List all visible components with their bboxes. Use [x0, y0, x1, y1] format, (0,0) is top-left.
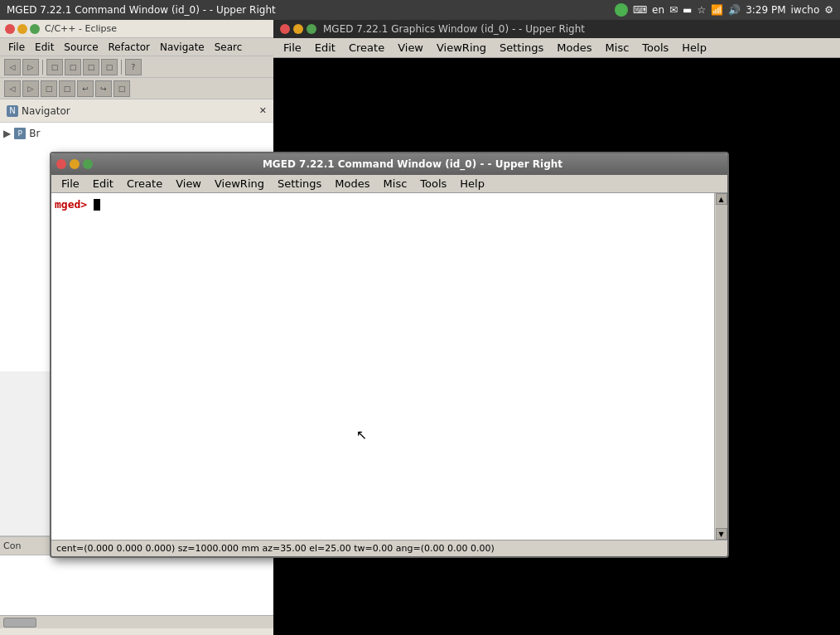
- mged-prompt: mged>: [55, 198, 87, 211]
- mged-menu-misc[interactable]: Misc: [377, 176, 414, 191]
- mged-minimize-button[interactable]: [70, 159, 80, 169]
- mged-cursor: [94, 199, 100, 211]
- eclipse-navigator-header: N Navigator ✕: [0, 99, 273, 123]
- eclipse-title: C/C++ - Eclipse: [45, 23, 117, 34]
- eclipse-tree-item[interactable]: ▶ P Br: [3, 126, 270, 141]
- eclipse-menu-file[interactable]: File: [3, 41, 30, 53]
- graphics-menu-viewring[interactable]: ViewRing: [430, 40, 493, 56]
- toolbar2-icon-1[interactable]: ◁: [4, 80, 21, 97]
- toolbar-icon-1[interactable]: ◁: [4, 59, 21, 75]
- mged-menu-tools[interactable]: Tools: [413, 176, 453, 191]
- navigator-label: Navigator: [22, 105, 70, 117]
- toolbar2-icon-4[interactable]: □: [59, 80, 75, 97]
- mged-menu-create[interactable]: Create: [120, 176, 169, 191]
- eclipse-window-buttons[interactable]: [5, 24, 40, 34]
- eclipse-menu-navigate[interactable]: Navigate: [155, 41, 210, 53]
- toolbar-separator: [42, 60, 43, 75]
- toolbar-icon-4[interactable]: □: [65, 59, 81, 75]
- taskbar-right: ⌨ en ✉ ▬ ☆ 📶 🔊 3:29 PM iwcho ⚙: [615, 3, 833, 17]
- mged-status-text: cent=(0.000 0.000 0.000) sz=1000.000 mm …: [56, 543, 495, 554]
- eclipse-minimize-button[interactable]: [17, 24, 27, 34]
- taskbar-title: MGED 7.22.1 Command Window (id_0) - - Up…: [7, 4, 276, 16]
- eclipse-titlebar: C/C++ - Eclipse: [0, 20, 273, 38]
- toolbar2-icon-2[interactable]: ▷: [22, 80, 39, 97]
- toolbar-icon-2[interactable]: ▷: [22, 59, 39, 75]
- mged-command-window: MGED 7.22.1 Command Window (id_0) - - Up…: [50, 152, 729, 558]
- mged-terminal-area[interactable]: mged> ▲ ▼: [51, 193, 727, 540]
- graphics-menu-modes[interactable]: Modes: [550, 40, 598, 56]
- mged-window-buttons[interactable]: [56, 159, 93, 169]
- bottom-panel-label: Con: [3, 540, 21, 551]
- scroll-track[interactable]: [716, 205, 727, 528]
- mged-close-button[interactable]: [56, 159, 66, 169]
- volume-icon: 🔊: [728, 4, 741, 16]
- mged-menu-help[interactable]: Help: [453, 176, 491, 191]
- mged-menu-settings[interactable]: Settings: [271, 176, 328, 191]
- project-icon: P: [14, 128, 26, 139]
- toolbar-icon-7[interactable]: ?: [125, 59, 142, 75]
- graphics-menu-misc[interactable]: Misc: [599, 40, 636, 56]
- graphics-window-buttons[interactable]: [280, 24, 316, 34]
- eclipse-menu-source[interactable]: Source: [59, 41, 103, 53]
- mged-menu-file[interactable]: File: [55, 176, 86, 191]
- clock: 3:29 PM: [746, 4, 785, 16]
- toolbar-icon-6[interactable]: □: [101, 59, 118, 75]
- graphics-maximize-button[interactable]: [307, 24, 316, 34]
- eclipse-menu-edit[interactable]: Edit: [30, 41, 59, 53]
- tree-arrow: ▶: [3, 128, 11, 139]
- graphics-menu-view[interactable]: View: [391, 40, 430, 56]
- mged-menu-viewring[interactable]: ViewRing: [208, 176, 271, 191]
- mged-vertical-scrollbar[interactable]: ▲ ▼: [714, 193, 727, 540]
- mged-cmd-titlebar: MGED 7.22.1 Command Window (id_0) - - Up…: [51, 153, 727, 175]
- eclipse-toolbar2: ◁ ▷ □ □ ↩ ↪ □: [0, 78, 273, 99]
- scroll-down-button[interactable]: ▼: [716, 528, 727, 540]
- toolbar2-icon-3[interactable]: □: [41, 80, 57, 97]
- battery-icon: ▬: [683, 4, 692, 16]
- graphics-menu-edit[interactable]: Edit: [308, 40, 342, 56]
- toolbar2-icon-7[interactable]: □: [113, 80, 130, 97]
- graphics-minimize-button[interactable]: [293, 24, 303, 34]
- graphics-title: MGED 7.22.1 Graphics Window (id_0) - - U…: [323, 23, 585, 35]
- taskbar-left: MGED 7.22.1 Command Window (id_0) - - Up…: [7, 4, 276, 16]
- eclipse-close-button[interactable]: [5, 24, 15, 34]
- mged-cmd-title: MGED 7.22.1 Command Window (id_0) - - Up…: [103, 158, 722, 170]
- mged-terminal-output[interactable]: mged>: [51, 193, 714, 540]
- wifi-icon: 📶: [711, 4, 723, 16]
- system-taskbar: MGED 7.22.1 Command Window (id_0) - - Up…: [0, 0, 840, 20]
- graphics-menubar: File Edit Create View ViewRing Settings …: [273, 38, 840, 58]
- toolbar2-icon-6[interactable]: ↪: [95, 80, 112, 97]
- project-label: Br: [29, 128, 40, 139]
- graphics-window-titlebar: MGED 7.22.1 Graphics Window (id_0) - - U…: [273, 20, 840, 38]
- graphics-menu-file[interactable]: File: [277, 40, 308, 56]
- toolbar-separator-2: [121, 60, 122, 75]
- mged-menu-edit[interactable]: Edit: [86, 176, 120, 191]
- graphics-close-button[interactable]: [280, 24, 290, 34]
- graphics-menu-create[interactable]: Create: [342, 40, 391, 56]
- toolbar2-icon-5[interactable]: ↩: [77, 80, 94, 97]
- eclipse-maximize-button[interactable]: [30, 24, 40, 34]
- navigator-controls[interactable]: ✕: [259, 105, 267, 116]
- toolbar-icon-3[interactable]: □: [46, 59, 63, 75]
- mged-menu-modes[interactable]: Modes: [328, 176, 376, 191]
- eclipse-menu-search[interactable]: Searc: [210, 41, 248, 53]
- scrollbar-thumb[interactable]: [3, 618, 36, 628]
- eclipse-toolbar: ◁ ▷ □ □ □ □ ?: [0, 56, 273, 78]
- mged-statusbar: cent=(0.000 0.000 0.000) sz=1000.000 mm …: [51, 540, 727, 556]
- eclipse-console: [0, 555, 273, 628]
- email-icon: ✉: [669, 4, 678, 16]
- keyboard-icon: ⌨: [633, 4, 647, 16]
- horizontal-scrollbar[interactable]: [0, 615, 273, 628]
- navigator-icon: N: [7, 105, 18, 117]
- settings-icon[interactable]: ⚙: [824, 4, 833, 16]
- eclipse-menu-refactor[interactable]: Refactor: [104, 41, 155, 53]
- eclipse-menubar: File Edit Source Refactor Navigate Searc: [0, 38, 273, 56]
- mged-cmd-menubar: File Edit Create View ViewRing Settings …: [51, 175, 727, 193]
- scroll-up-button[interactable]: ▲: [716, 193, 727, 205]
- mged-maximize-button[interactable]: [83, 159, 93, 169]
- status-indicator: [615, 3, 628, 17]
- mged-menu-view[interactable]: View: [169, 176, 208, 191]
- toolbar-icon-5[interactable]: □: [83, 59, 99, 75]
- graphics-menu-settings[interactable]: Settings: [493, 40, 550, 56]
- graphics-menu-help[interactable]: Help: [675, 40, 713, 56]
- graphics-menu-tools[interactable]: Tools: [635, 40, 675, 56]
